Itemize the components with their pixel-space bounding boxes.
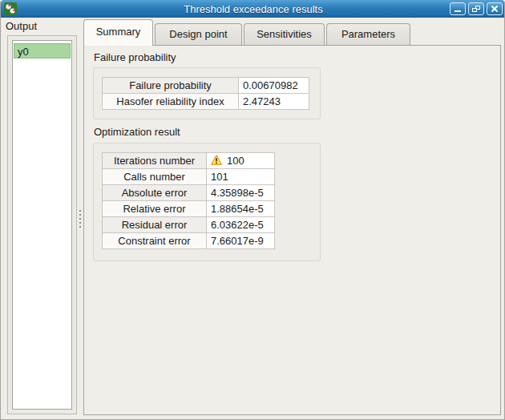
output-listbox[interactable]: y0 xyxy=(12,40,72,410)
output-list-frame: y0 xyxy=(7,35,77,414)
table-row: Constraint error 7.66017e-9 xyxy=(103,233,275,249)
row-value[interactable]: 2.47243 xyxy=(239,94,309,110)
optimization-group-title: Optimization result xyxy=(94,126,180,138)
row-label[interactable]: Constraint error xyxy=(103,233,207,249)
warning-icon xyxy=(211,155,222,165)
tab-parameters[interactable]: Parameters xyxy=(326,23,410,45)
table-row: Calls number 101 xyxy=(103,169,275,185)
row-label[interactable]: Absolute error xyxy=(103,185,207,201)
window-title: Threshold exceedance results xyxy=(1,3,505,15)
table-row: Iterations number 100 xyxy=(103,153,275,169)
row-label[interactable]: Residual error xyxy=(103,217,207,233)
row-value[interactable]: 6.03622e-5 xyxy=(207,217,275,233)
table-row: Failure probability 0.00670982 xyxy=(103,78,309,94)
table-row: Absolute error 4.35898e-5 xyxy=(103,185,275,201)
titlebar: Threshold exceedance results xyxy=(1,0,505,18)
row-label[interactable]: Hasofer reliability index xyxy=(103,94,239,110)
table-row: Residual error 6.03622e-5 xyxy=(103,217,275,233)
summary-tab-pane: Failure probability Failure probability … xyxy=(83,45,501,415)
row-value[interactable]: 0.00670982 xyxy=(239,78,309,94)
output-panel-title: Output xyxy=(6,20,37,32)
optimization-result-table: Iterations number 100 Calls number 101 A… xyxy=(102,152,275,249)
row-label[interactable]: Iterations number xyxy=(103,153,207,169)
restore-button[interactable] xyxy=(468,2,484,15)
splitter-handle[interactable] xyxy=(79,210,82,231)
row-value[interactable]: 7.66017e-9 xyxy=(207,233,275,249)
results-window: Threshold exceedance results Output y0 S… xyxy=(0,0,505,420)
tab-design-point[interactable]: Design point xyxy=(155,23,242,45)
row-value[interactable]: 100 xyxy=(207,153,275,169)
list-item-y0[interactable]: y0 xyxy=(14,43,71,59)
row-value[interactable]: 1.88654e-5 xyxy=(207,201,275,217)
tab-bar: Summary Design point Sensitivities Param… xyxy=(83,19,410,46)
row-label[interactable]: Relative error xyxy=(103,201,207,217)
minimize-icon xyxy=(454,10,461,12)
row-label[interactable]: Failure probability xyxy=(103,78,239,94)
tab-summary[interactable]: Summary xyxy=(83,19,153,46)
close-button[interactable] xyxy=(487,2,503,15)
row-value[interactable]: 4.35898e-5 xyxy=(207,185,275,201)
minimize-button[interactable] xyxy=(450,2,466,15)
app-icon xyxy=(4,2,17,15)
failure-probability-table: Failure probability 0.00670982 Hasofer r… xyxy=(102,77,309,110)
row-label[interactable]: Calls number xyxy=(103,169,207,185)
row-value[interactable]: 101 xyxy=(207,169,275,185)
tab-sensitivities[interactable]: Sensitivities xyxy=(244,23,325,45)
failure-group-title: Failure probability xyxy=(94,51,176,63)
table-row: Relative error 1.88654e-5 xyxy=(103,201,275,217)
table-row: Hasofer reliability index 2.47243 xyxy=(103,94,309,110)
